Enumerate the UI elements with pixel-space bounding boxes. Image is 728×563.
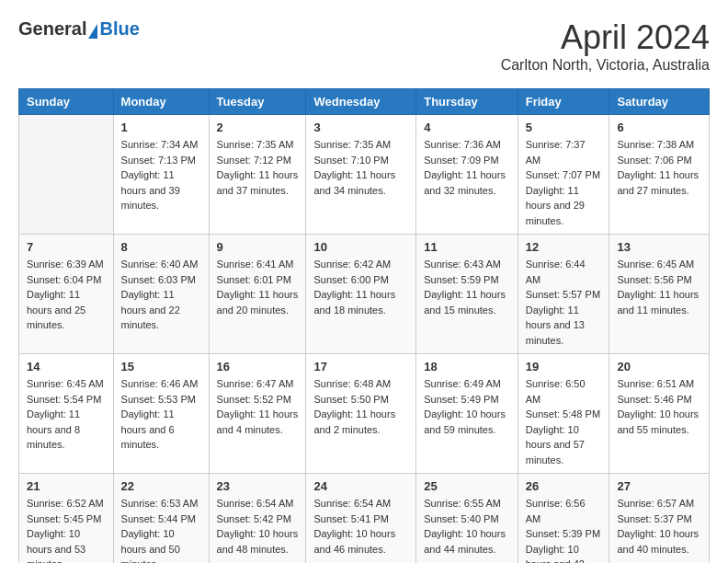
day-info: Sunrise: 6:55 AMSunset: 5:40 PMDaylight:…: [424, 496, 509, 557]
day-number: 23: [217, 479, 299, 493]
day-number: 5: [526, 121, 602, 134]
weekday-header-thursday: Thursday: [416, 89, 518, 115]
day-info: Sunrise: 6:41 AMSunset: 6:01 PMDaylight:…: [217, 257, 299, 317]
day-info: Sunrise: 7:38 AMSunset: 7:06 PMDaylight:…: [617, 137, 701, 198]
calendar-cell: 12Sunrise: 6:44 AMSunset: 5:57 PMDayligh…: [518, 235, 609, 354]
calendar-cell: 13Sunrise: 6:45 AMSunset: 5:56 PMDayligh…: [609, 235, 710, 354]
day-info: Sunrise: 7:36 AMSunset: 7:09 PMDaylight:…: [424, 137, 509, 198]
day-number: 10: [313, 240, 408, 254]
weekday-header-friday: Friday: [518, 89, 609, 115]
day-number: 17: [313, 360, 408, 373]
weekday-header-wednesday: Wednesday: [306, 89, 416, 115]
calendar-cell: 14Sunrise: 6:45 AMSunset: 5:54 PMDayligh…: [19, 354, 114, 474]
calendar-cell: 22Sunrise: 6:53 AMSunset: 5:44 PMDayligh…: [113, 474, 209, 564]
day-info: Sunrise: 6:51 AMSunset: 5:46 PMDaylight:…: [617, 376, 701, 437]
day-info: Sunrise: 6:45 AMSunset: 5:54 PMDaylight:…: [27, 376, 106, 453]
day-number: 27: [617, 479, 701, 493]
day-number: 6: [617, 121, 701, 134]
calendar-week-row: 1Sunrise: 7:34 AMSunset: 7:13 PMDaylight…: [19, 115, 710, 235]
calendar-cell: 3Sunrise: 7:35 AMSunset: 7:10 PMDaylight…: [306, 115, 416, 235]
weekday-header-saturday: Saturday: [609, 89, 710, 115]
day-info: Sunrise: 7:34 AMSunset: 7:13 PMDaylight:…: [121, 137, 201, 213]
day-info: Sunrise: 6:42 AMSunset: 6:00 PMDaylight:…: [313, 257, 408, 317]
calendar-cell: 25Sunrise: 6:55 AMSunset: 5:40 PMDayligh…: [416, 474, 518, 564]
calendar-cell: 6Sunrise: 7:38 AMSunset: 7:06 PMDaylight…: [609, 115, 710, 235]
day-number: 15: [121, 360, 201, 373]
page-header: General Blue April 2024 Carlton North, V…: [18, 18, 710, 74]
day-info: Sunrise: 6:46 AMSunset: 5:53 PMDaylight:…: [121, 376, 201, 453]
day-number: 24: [313, 479, 408, 493]
calendar-cell: 15Sunrise: 6:46 AMSunset: 5:53 PMDayligh…: [113, 354, 209, 474]
day-info: Sunrise: 6:48 AMSunset: 5:50 PMDaylight:…: [313, 376, 408, 437]
logo: General Blue: [18, 18, 140, 40]
day-number: 16: [217, 360, 299, 373]
day-number: 12: [526, 240, 602, 254]
calendar-header-row: SundayMondayTuesdayWednesdayThursdayFrid…: [19, 89, 710, 115]
calendar-cell: 5Sunrise: 7:37 AMSunset: 7:07 PMDaylight…: [518, 115, 609, 235]
calendar-cell: 24Sunrise: 6:54 AMSunset: 5:41 PMDayligh…: [306, 474, 416, 564]
day-info: Sunrise: 7:35 AMSunset: 7:12 PMDaylight:…: [217, 137, 299, 198]
title-block: April 2024 Carlton North, Victoria, Aust…: [501, 18, 710, 74]
calendar-cell: 10Sunrise: 6:42 AMSunset: 6:00 PMDayligh…: [306, 235, 416, 354]
logo-general-text: General: [18, 18, 86, 40]
location-title: Carlton North, Victoria, Australia: [501, 57, 710, 74]
day-number: 25: [424, 479, 509, 493]
calendar-cell: 18Sunrise: 6:49 AMSunset: 5:49 PMDayligh…: [416, 354, 518, 474]
day-number: 19: [526, 360, 602, 373]
day-number: 22: [121, 479, 201, 493]
day-number: 4: [424, 121, 509, 134]
weekday-header-tuesday: Tuesday: [209, 89, 306, 115]
day-number: 18: [424, 360, 509, 373]
day-info: Sunrise: 6:54 AMSunset: 5:41 PMDaylight:…: [313, 496, 408, 557]
day-number: 1: [121, 121, 201, 134]
calendar-cell: 16Sunrise: 6:47 AMSunset: 5:52 PMDayligh…: [209, 354, 306, 474]
day-info: Sunrise: 7:37 AMSunset: 7:07 PMDaylight:…: [526, 137, 602, 228]
calendar-week-row: 7Sunrise: 6:39 AMSunset: 6:04 PMDaylight…: [19, 235, 710, 354]
day-info: Sunrise: 6:53 AMSunset: 5:44 PMDaylight:…: [121, 496, 201, 563]
calendar-cell: 9Sunrise: 6:41 AMSunset: 6:01 PMDaylight…: [209, 235, 306, 354]
weekday-header-monday: Monday: [113, 89, 209, 115]
day-number: 9: [217, 240, 299, 254]
day-info: Sunrise: 6:52 AMSunset: 5:45 PMDaylight:…: [27, 496, 106, 563]
day-number: 8: [121, 240, 201, 254]
day-number: 14: [27, 360, 106, 373]
day-number: 13: [617, 240, 701, 254]
calendar-cell: 21Sunrise: 6:52 AMSunset: 5:45 PMDayligh…: [19, 474, 114, 564]
calendar-cell: 17Sunrise: 6:48 AMSunset: 5:50 PMDayligh…: [306, 354, 416, 474]
day-number: 7: [27, 240, 106, 254]
day-number: 11: [424, 240, 509, 254]
calendar-cell: 23Sunrise: 6:54 AMSunset: 5:42 PMDayligh…: [209, 474, 306, 564]
day-info: Sunrise: 6:39 AMSunset: 6:04 PMDaylight:…: [27, 257, 106, 333]
logo-blue-text: Blue: [99, 18, 139, 40]
calendar-week-row: 14Sunrise: 6:45 AMSunset: 5:54 PMDayligh…: [19, 354, 710, 474]
day-info: Sunrise: 6:47 AMSunset: 5:52 PMDaylight:…: [217, 376, 299, 437]
calendar-cell: 19Sunrise: 6:50 AMSunset: 5:48 PMDayligh…: [518, 354, 609, 474]
day-info: Sunrise: 6:50 AMSunset: 5:48 PMDaylight:…: [526, 376, 602, 467]
day-info: Sunrise: 6:57 AMSunset: 5:37 PMDaylight:…: [617, 496, 701, 557]
day-info: Sunrise: 7:35 AMSunset: 7:10 PMDaylight:…: [313, 137, 408, 198]
calendar-cell: 4Sunrise: 7:36 AMSunset: 7:09 PMDaylight…: [416, 115, 518, 235]
calendar-cell: 2Sunrise: 7:35 AMSunset: 7:12 PMDaylight…: [209, 115, 306, 235]
day-info: Sunrise: 6:40 AMSunset: 6:03 PMDaylight:…: [121, 257, 201, 333]
day-number: 3: [313, 121, 408, 134]
logo-icon: [88, 24, 97, 39]
calendar-cell: 26Sunrise: 6:56 AMSunset: 5:39 PMDayligh…: [518, 474, 609, 564]
day-info: Sunrise: 6:43 AMSunset: 5:59 PMDaylight:…: [424, 257, 509, 317]
day-number: 20: [617, 360, 701, 373]
calendar-cell: 11Sunrise: 6:43 AMSunset: 5:59 PMDayligh…: [416, 235, 518, 354]
day-info: Sunrise: 6:56 AMSunset: 5:39 PMDaylight:…: [526, 496, 602, 563]
day-number: 2: [217, 121, 299, 134]
month-title: April 2024: [501, 18, 710, 57]
day-info: Sunrise: 6:49 AMSunset: 5:49 PMDaylight:…: [424, 376, 509, 437]
calendar-cell: 1Sunrise: 7:34 AMSunset: 7:13 PMDaylight…: [113, 115, 209, 235]
calendar-table: SundayMondayTuesdayWednesdayThursdayFrid…: [18, 88, 710, 563]
calendar-cell: [19, 115, 114, 235]
day-number: 21: [27, 479, 106, 493]
day-info: Sunrise: 6:45 AMSunset: 5:56 PMDaylight:…: [617, 257, 701, 317]
day-info: Sunrise: 6:54 AMSunset: 5:42 PMDaylight:…: [217, 496, 299, 557]
day-info: Sunrise: 6:44 AMSunset: 5:57 PMDaylight:…: [526, 257, 602, 348]
day-number: 26: [526, 479, 602, 493]
calendar-cell: 27Sunrise: 6:57 AMSunset: 5:37 PMDayligh…: [609, 474, 710, 564]
calendar-week-row: 21Sunrise: 6:52 AMSunset: 5:45 PMDayligh…: [19, 474, 710, 564]
weekday-header-sunday: Sunday: [19, 89, 114, 115]
